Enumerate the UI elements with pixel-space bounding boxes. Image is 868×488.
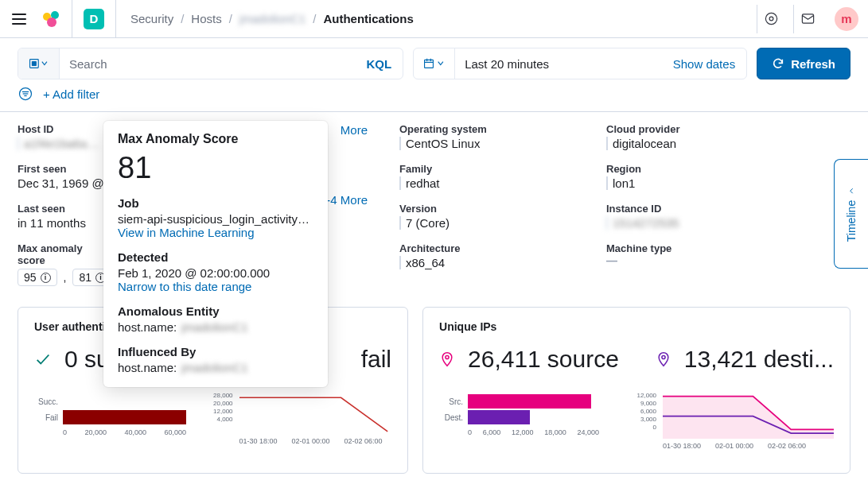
ips-bar-chart: Src. Dest. 06,00012,00018,00024,000 bbox=[439, 393, 610, 450]
svg-point-13 bbox=[446, 355, 449, 358]
first-seen-label: First seen bbox=[18, 163, 105, 175]
ips-line-chart: 12,0009,0006,0003,0000 01-30 18:0002-01 … bbox=[634, 393, 834, 450]
header-actions: m bbox=[757, 5, 858, 33]
machine-type-value: — bbox=[606, 254, 617, 267]
host-id-value: a1f4e1ba6abb02 bbox=[18, 137, 105, 150]
instance-value: 1514272535 bbox=[606, 216, 789, 230]
max-score-label: Max anomaly score bbox=[18, 242, 105, 266]
os-label: Operating system bbox=[399, 123, 582, 135]
dst-value: 13,421 bbox=[684, 346, 757, 373]
chevron-left-icon bbox=[847, 186, 857, 196]
svg-point-0 bbox=[765, 13, 777, 24]
job-label: Job bbox=[118, 196, 313, 210]
arch-value: x86_64 bbox=[399, 256, 582, 269]
timeline-label: Timeline bbox=[846, 200, 858, 242]
news-icon[interactable] bbox=[757, 5, 785, 33]
refresh-icon bbox=[772, 57, 784, 70]
family-value: redhat bbox=[399, 176, 582, 190]
date-picker: Last 20 minutes Show dates bbox=[413, 48, 747, 79]
dst-label: desti... bbox=[764, 346, 834, 373]
map-pin-icon bbox=[656, 351, 671, 367]
svg-rect-5 bbox=[424, 60, 433, 68]
entity-key: host.name: bbox=[118, 320, 177, 334]
refresh-button[interactable]: Refresh bbox=[757, 48, 850, 79]
src-label: source bbox=[547, 346, 619, 373]
filter-icon[interactable] bbox=[18, 86, 33, 102]
map-pin-icon bbox=[439, 351, 455, 367]
more-link[interactable]: More bbox=[341, 123, 368, 137]
uniq-title: Unique IPs bbox=[439, 320, 834, 333]
influenced-key: host.name: bbox=[118, 361, 177, 374]
filter-row: + Add filter bbox=[0, 79, 868, 110]
elastic-logo[interactable] bbox=[43, 10, 60, 28]
first-seen-value: Dec 31, 1969 @ bbox=[18, 176, 105, 190]
os-value: CentOS Linux bbox=[399, 137, 582, 150]
breadcrumb-sep: / bbox=[181, 12, 184, 25]
version-value: 7 (Core) bbox=[399, 216, 582, 230]
entity-value: jmadolionC1 bbox=[181, 320, 247, 334]
region-value: lon1 bbox=[606, 176, 789, 190]
machine-type-label: Machine type bbox=[606, 242, 789, 254]
auth-bar-chart: Succ. Fail 020,00040,00060,000 bbox=[34, 393, 187, 445]
search-options-dropdown[interactable] bbox=[18, 48, 60, 79]
date-range-text[interactable]: Last 20 minutes bbox=[455, 57, 662, 71]
breadcrumb: Security / Hosts / jmadolionC1 / Authent… bbox=[115, 0, 414, 37]
show-dates-link[interactable]: Show dates bbox=[662, 57, 746, 71]
check-icon bbox=[34, 351, 52, 368]
crumb-active: Authentications bbox=[323, 12, 413, 25]
refresh-label: Refresh bbox=[791, 57, 835, 71]
date-quick-dropdown[interactable] bbox=[414, 48, 455, 79]
src-value: 26,411 bbox=[468, 346, 541, 373]
avatar[interactable]: m bbox=[835, 7, 858, 31]
job-value: siem-api-suspicious_login_activity_ecs bbox=[118, 212, 313, 226]
crumb-hostname[interactable]: jmadolionC1 bbox=[239, 12, 306, 25]
search-input[interactable]: Search bbox=[60, 57, 355, 71]
header: D Security / Hosts / jmadolionC1 / Authe… bbox=[0, 0, 868, 38]
logo-wrap bbox=[43, 0, 72, 37]
kql-toggle[interactable]: KQL bbox=[355, 57, 403, 71]
app-badge[interactable]: D bbox=[84, 9, 104, 29]
svg-point-14 bbox=[662, 355, 665, 358]
popover-score: 81 bbox=[118, 151, 313, 185]
popover-title: Max Anomaly Score bbox=[118, 132, 313, 146]
arch-label: Architecture bbox=[399, 242, 582, 254]
instance-label: Instance ID bbox=[606, 203, 789, 215]
region-label: Region bbox=[606, 163, 789, 175]
last-seen-label: Last seen bbox=[18, 203, 105, 215]
cloud-label: Cloud provider bbox=[606, 123, 789, 135]
svg-marker-15 bbox=[663, 397, 834, 440]
info-icon: i bbox=[41, 273, 51, 283]
mail-icon[interactable] bbox=[793, 5, 822, 33]
menu-button[interactable] bbox=[10, 10, 29, 29]
cloud-value: digitalocean bbox=[606, 137, 789, 150]
detected-label: Detected bbox=[118, 250, 313, 264]
search-box: Search KQL bbox=[18, 48, 403, 79]
ml-link[interactable]: View in Machine Learning bbox=[118, 226, 313, 239]
breadcrumb-sep: / bbox=[229, 12, 232, 25]
unique-ips-panel: Unique IPs 26,411source 13,421desti... S… bbox=[422, 307, 850, 474]
timeline-tab[interactable]: Timeline bbox=[834, 159, 868, 269]
ip-more-link[interactable]: +4 More bbox=[324, 193, 368, 207]
anomaly-chip-1[interactable]: 95i bbox=[18, 269, 57, 286]
add-filter-link[interactable]: + Add filter bbox=[43, 87, 99, 101]
svg-rect-2 bbox=[802, 14, 813, 23]
svg-point-1 bbox=[769, 17, 773, 21]
breadcrumb-sep: / bbox=[313, 12, 316, 25]
crumb-hosts[interactable]: Hosts bbox=[191, 12, 221, 25]
last-seen-value: in 11 months bbox=[18, 216, 105, 230]
query-bar: Search KQL Last 20 minutes Show dates Re… bbox=[0, 38, 868, 79]
narrow-link[interactable]: Narrow to this date range bbox=[118, 280, 313, 293]
version-label: Version bbox=[399, 203, 582, 215]
influenced-value: jmadolionC1 bbox=[181, 361, 247, 374]
crumb-security[interactable]: Security bbox=[130, 12, 173, 25]
host-id-label: Host ID bbox=[18, 123, 105, 135]
entity-label: Anomalous Entity bbox=[118, 304, 313, 318]
svg-rect-4 bbox=[31, 61, 36, 66]
family-label: Family bbox=[399, 163, 582, 175]
detected-value: Feb 1, 2020 @ 02:00:00.000 bbox=[118, 266, 313, 280]
auth-line-chart: 28,00020,00012,0004,000 01-30 18:0002-01… bbox=[211, 393, 392, 445]
auth-fail-label: fail bbox=[361, 346, 391, 373]
anomaly-popover: Max Anomaly Score 81 Job siem-api-suspic… bbox=[103, 121, 328, 387]
influenced-label: Influenced By bbox=[118, 345, 313, 358]
